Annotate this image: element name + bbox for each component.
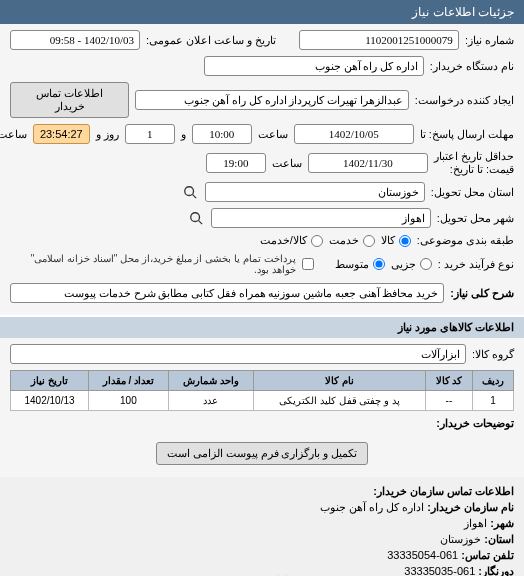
- buyer-contact-button[interactable]: اطلاعات تماس خریدار: [10, 82, 129, 118]
- cell-row: 1: [473, 391, 514, 411]
- buyer-notes-label: توضیحات خریدار:: [436, 417, 514, 430]
- org-name-value: اداره کل راه آهن جنوب: [320, 501, 424, 513]
- need-number-label: شماره نیاز:: [465, 34, 514, 47]
- radio-small-label: جزیی: [391, 258, 416, 271]
- days-input[interactable]: [125, 124, 175, 144]
- radio-small[interactable]: [420, 258, 432, 270]
- payment-checkbox[interactable]: [302, 258, 314, 270]
- col-qty: تعداد / مقدار: [89, 371, 169, 391]
- col-date: تاریخ نیاز: [11, 371, 89, 391]
- col-name: نام کالا: [254, 371, 426, 391]
- svg-line-1: [192, 195, 196, 199]
- desc-input[interactable]: [10, 283, 444, 303]
- radio-service[interactable]: [363, 235, 375, 247]
- svg-point-0: [185, 187, 194, 196]
- page-header: جزئیات اطلاعات نیاز: [0, 0, 524, 24]
- countdown-timer: 23:54:27: [33, 124, 90, 144]
- col-row: ردیف: [473, 371, 514, 391]
- delivery-province-label: استان محل تحویل:: [431, 186, 514, 199]
- radio-goods-label: کالا: [381, 234, 395, 247]
- goods-group-input[interactable]: [10, 344, 466, 364]
- response-date-input[interactable]: [294, 124, 414, 144]
- cell-code: --: [425, 391, 472, 411]
- contact-city-value: اهواز: [464, 517, 487, 529]
- goods-group-label: گروه کالا:: [472, 348, 514, 361]
- buyer-name-input[interactable]: [204, 56, 424, 76]
- contact-phone-label: تلفن تماس:: [461, 549, 514, 561]
- header-title: جزئیات اطلاعات نیاز: [412, 5, 514, 19]
- validity-time-input[interactable]: [206, 153, 266, 173]
- search-icon[interactable]: [181, 183, 199, 201]
- svg-point-2: [191, 213, 200, 222]
- request-creator-input[interactable]: [135, 90, 409, 110]
- radio-goods-service[interactable]: [311, 235, 323, 247]
- cell-name: پد و چفتی قفل کلید الکتریکی: [254, 391, 426, 411]
- validity-label-1: حداقل تاریخ اعتبار: [434, 150, 514, 163]
- request-creator-label: ایجاد کننده درخواست:: [415, 94, 514, 107]
- contact-phone-value: 061-33335054: [387, 549, 458, 561]
- goods-table: ردیف کد کالا نام کالا واحد شمارش تعداد /…: [10, 370, 514, 411]
- radio-goods-service-label: کالا/خدمت: [260, 234, 307, 247]
- goods-section-header: اطلاعات کالاهای مورد نیاز: [0, 317, 524, 338]
- radio-goods[interactable]: [399, 235, 411, 247]
- topic-category-label: طبقه بندی موضوعی:: [417, 234, 514, 247]
- days-suffix: روز و: [96, 128, 119, 141]
- contact-province-value: خوزستان: [440, 533, 481, 545]
- validity-label-2: قیمت: تا تاریخ:: [434, 163, 514, 176]
- payment-note: پرداخت تمام یا بخشی از مبلغ خرید،از محل …: [10, 253, 296, 275]
- delivery-city-input[interactable]: [211, 208, 431, 228]
- response-deadline-label: مهلت ارسال پاسخ: تا: [420, 128, 514, 141]
- contact-province-label: استان:: [484, 533, 514, 545]
- cell-qty: 100: [89, 391, 169, 411]
- time-label-2: ساعت: [272, 157, 302, 170]
- upload-button[interactable]: تکمیل و بارگزاری فرم پیوست الزامی است: [156, 442, 368, 465]
- cell-date: 1402/10/13: [11, 391, 89, 411]
- process-type-label: نوع فرآیند خرید :: [438, 258, 514, 271]
- contact-city-label: شهر:: [490, 517, 514, 529]
- time-label-1: ساعت: [258, 128, 288, 141]
- contact-fax-label: دورنگار:: [478, 565, 514, 576]
- response-time-input[interactable]: [192, 124, 252, 144]
- org-name-label: نام سازمان خریدار:: [427, 501, 514, 513]
- days-sep: و: [181, 128, 186, 141]
- delivery-province-input[interactable]: [205, 182, 425, 202]
- desc-label: شرح کلی نیاز:: [450, 287, 514, 300]
- col-code: کد کالا: [425, 371, 472, 391]
- buyer-name-label: نام دستگاه خریدار:: [430, 60, 514, 73]
- need-number-input[interactable]: [299, 30, 459, 50]
- radio-medium[interactable]: [373, 258, 385, 270]
- radio-medium-label: متوسط: [335, 258, 369, 271]
- validity-date-input[interactable]: [308, 153, 428, 173]
- radio-service-label: خدمت: [329, 234, 359, 247]
- table-row[interactable]: 1 -- پد و چفتی قفل کلید الکتریکی عدد 100…: [11, 391, 514, 411]
- remaining-label: ساعت باقی مانده: [0, 128, 27, 141]
- col-unit: واحد شمارش: [168, 371, 254, 391]
- svg-line-3: [198, 221, 202, 225]
- delivery-city-label: شهر محل تحویل:: [437, 212, 514, 225]
- public-datetime-label: تاریخ و ساعت اعلان عمومی:: [146, 34, 276, 47]
- contact-fax-value: 061-33335035: [404, 565, 475, 576]
- contact-section-title: اطلاعات تماس سازمان خریدار:: [10, 485, 514, 498]
- public-datetime-input[interactable]: [10, 30, 140, 50]
- cell-unit: عدد: [168, 391, 254, 411]
- search-icon-2[interactable]: [187, 209, 205, 227]
